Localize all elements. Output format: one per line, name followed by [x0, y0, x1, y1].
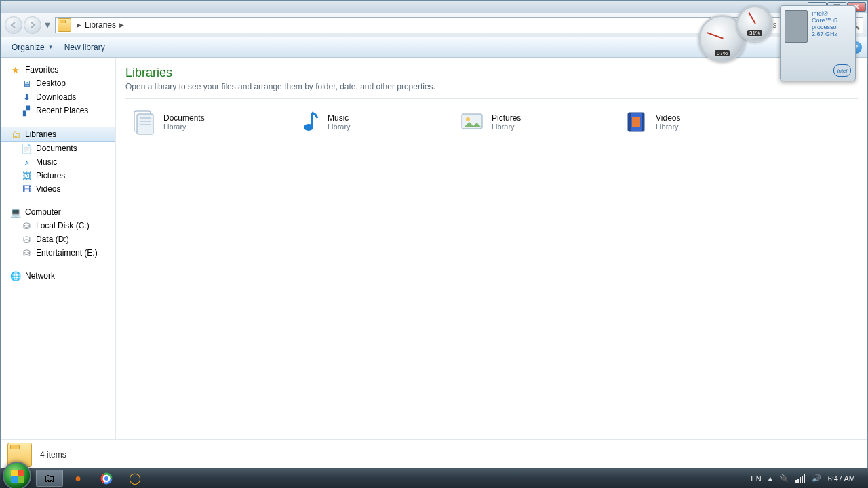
desktop-icon: 🖥 [21, 78, 32, 89]
drive-icon: ⛁ [21, 234, 32, 245]
window-titlebar [1, 1, 867, 13]
documents-library-icon [130, 108, 158, 136]
drive-icon: ⛁ [21, 247, 32, 258]
tray-language[interactable]: EN [751, 474, 761, 483]
svg-rect-31 [804, 474, 805, 483]
sidebar-item-desktop[interactable]: 🖥Desktop [1, 77, 115, 90]
new-library-button[interactable]: New library [59, 40, 111, 55]
taskbar-item-firefox[interactable]: ● [64, 470, 92, 487]
window-body: ★Favorites 🖥Desktop ⬇Downloads ▞Recent P… [1, 58, 867, 439]
divider [125, 98, 858, 99]
history-dropdown[interactable]: ▾ [43, 16, 52, 34]
organize-label: Organize [12, 43, 45, 52]
content-pane: Libraries Open a library to see your fil… [116, 58, 867, 439]
pictures-library-icon [458, 108, 486, 136]
sidebar-item-drive-e[interactable]: ⛁Entertaiment (E:) [1, 246, 115, 260]
details-pane: 4 items [1, 439, 867, 469]
sidebar-item-downloads[interactable]: ⬇Downloads [1, 90, 115, 104]
sidebar-network[interactable]: 🌐Network [1, 269, 115, 283]
taskbar: 🗂 ● ◯ EN ▴ 🔌 🔊 6:47 AM [0, 468, 868, 488]
sidebar-item-videos[interactable]: 🎞Videos [1, 182, 115, 196]
svg-point-15 [304, 124, 313, 131]
videos-library-icon [622, 108, 650, 136]
svg-rect-28 [797, 479, 799, 483]
library-item-pictures[interactable]: PicturesLibrary [458, 106, 614, 138]
command-bar: Organize ▼ New library ? [1, 37, 867, 58]
svg-point-26 [104, 476, 108, 481]
svg-rect-29 [800, 477, 801, 483]
library-item-music[interactable]: MusicLibrary [294, 106, 450, 138]
star-icon: ★ [10, 64, 21, 75]
chevron-right-icon: ▶ [77, 22, 81, 28]
page-subtitle: Open a library to see your files and arr… [125, 82, 858, 92]
library-grid: DocumentsLibrary MusicLibrary PicturesLi… [125, 103, 858, 141]
back-button[interactable] [5, 16, 22, 34]
show-hidden-icons[interactable]: ▴ [768, 474, 772, 483]
intel-logo-icon: intel [833, 64, 851, 77]
new-library-label: New library [64, 43, 105, 52]
svg-rect-11 [137, 114, 153, 134]
start-button[interactable] [3, 462, 31, 488]
address-bar[interactable]: ▶ Libraries ▶ [55, 17, 711, 33]
breadcrumb-root[interactable]: Libraries [85, 20, 116, 30]
svg-rect-27 [795, 480, 797, 483]
sidebar-item-recent-places[interactable]: ▞Recent Places [1, 104, 115, 117]
document-icon: 📄 [21, 143, 32, 154]
sidebar-item-drive-c[interactable]: ⛁Local Disk (C:) [1, 219, 115, 232]
tray-clock[interactable]: 6:47 AM [828, 474, 855, 483]
app-icon: ◯ [129, 472, 141, 485]
chevron-right-icon: ▶ [119, 22, 124, 28]
chrome-icon [100, 472, 113, 485]
libraries-icon: 🗂 [10, 129, 21, 140]
svg-rect-19 [628, 113, 631, 131]
forward-button[interactable] [24, 16, 41, 34]
sidebar-computer[interactable]: 💻Computer [1, 205, 115, 219]
music-icon: ♪ [21, 157, 32, 167]
recent-icon: ▞ [21, 105, 32, 116]
network-icon: 🌐 [10, 270, 21, 281]
taskbar-item-explorer[interactable]: 🗂 [36, 470, 63, 487]
sidebar-libraries[interactable]: 🗂Libraries [1, 127, 115, 142]
item-count: 4 items [40, 450, 66, 460]
chevron-down-icon: ▼ [48, 44, 54, 50]
taskbar-item-app[interactable]: ◯ [121, 470, 149, 487]
navigation-pane: ★Favorites 🖥Desktop ⬇Downloads ▞Recent P… [1, 58, 116, 439]
sidebar-favorites[interactable]: ★Favorites [1, 63, 115, 77]
explorer-window: ▾ ▶ Libraries ▶ 🔍 Organize ▼ New library… [0, 0, 868, 468]
page-title: Libraries [125, 66, 858, 80]
videos-icon: 🎞 [21, 184, 32, 195]
taskbar-item-chrome[interactable] [93, 470, 120, 487]
system-tray: EN ▴ 🔌 🔊 6:47 AM [743, 468, 868, 488]
folder-icon [58, 18, 71, 32]
wifi-icon[interactable] [795, 474, 805, 483]
folder-icon: 🗂 [43, 472, 56, 485]
drive-icon: ⛁ [21, 220, 32, 231]
svg-rect-21 [632, 117, 640, 127]
volume-icon[interactable]: 🔊 [812, 474, 821, 483]
organize-button[interactable]: Organize ▼ [6, 40, 59, 55]
sidebar-item-music[interactable]: ♪Music [1, 155, 115, 169]
intel-gadget: Intel® Core™ i5 processor 2.67 GHz intel [780, 5, 856, 81]
downloads-icon: ⬇ [21, 92, 32, 102]
pictures-icon: 🖼 [21, 170, 32, 181]
show-desktop-button[interactable] [859, 468, 864, 488]
sidebar-item-drive-d[interactable]: ⛁Data (D:) [1, 232, 115, 246]
sidebar-item-pictures[interactable]: 🖼Pictures [1, 169, 115, 182]
chip-icon [785, 10, 808, 43]
music-library-icon [294, 108, 322, 136]
sidebar-item-documents[interactable]: 📄Documents [1, 142, 115, 155]
svg-rect-30 [802, 476, 803, 483]
computer-icon: 💻 [10, 207, 21, 218]
library-item-documents[interactable]: DocumentsLibrary [130, 106, 285, 138]
library-item-videos[interactable]: VideosLibrary [622, 106, 778, 138]
svg-point-17 [466, 117, 470, 121]
firefox-icon: ● [72, 472, 84, 485]
svg-rect-20 [642, 113, 644, 131]
navigation-row: ▾ ▶ Libraries ▶ 🔍 [1, 13, 867, 37]
power-icon[interactable]: 🔌 [779, 474, 789, 483]
